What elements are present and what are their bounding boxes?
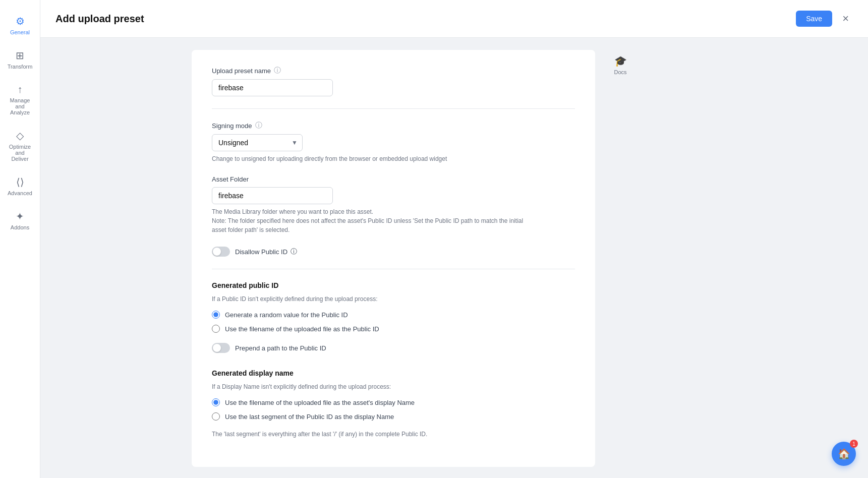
prepend-path-row: Prepend a path to the Public ID	[212, 343, 575, 353]
sidebar-item-label-advanced: Advanced	[8, 190, 32, 196]
header: Add upload preset Save ×	[40, 0, 868, 38]
sidebar-item-transform[interactable]: ⊞ Transform	[3, 44, 37, 75]
sidebar-item-optimize[interactable]: ◇ Optimize and Deliver	[3, 125, 37, 167]
radio-use-filename[interactable]	[212, 398, 220, 406]
asset-folder-label: Asset Folder	[212, 175, 575, 183]
sidebar-item-label-manage: Manage and Analyze	[7, 97, 33, 115]
radio-filename[interactable]	[212, 325, 220, 333]
radio-random-label: Generate a random value for the Public I…	[225, 311, 348, 319]
main-content: Add upload preset Save × Upload preset n…	[40, 0, 868, 478]
upload-preset-name-section: Upload preset name ⓘ	[212, 66, 575, 96]
generated-display-name-section: Generated display name If a Display Name…	[212, 369, 575, 439]
asset-folder-helper: The Media Library folder where you want …	[212, 207, 525, 234]
radio-last-segment[interactable]	[212, 412, 220, 421]
generated-public-id-title: Generated public ID	[212, 281, 575, 289]
signing-mode-info-icon[interactable]: ⓘ	[255, 121, 262, 130]
upload-preset-name-input[interactable]	[212, 79, 333, 96]
right-panel: 🎓 Docs	[605, 50, 635, 467]
optimize-icon: ◇	[16, 130, 24, 142]
sidebar: ⚙ General ⊞ Transform ↑ Manage and Analy…	[0, 0, 40, 478]
signing-mode-helper: Change to unsigned for uploading directl…	[212, 154, 525, 163]
general-icon: ⚙	[16, 15, 25, 27]
radio-random[interactable]	[212, 311, 220, 319]
transform-icon: ⊞	[16, 49, 24, 62]
prepend-path-toggle[interactable]	[212, 343, 230, 353]
fab-badge: 1	[850, 440, 858, 448]
sidebar-item-advanced[interactable]: ⟨⟩ Advanced	[3, 171, 37, 201]
sidebar-item-manage[interactable]: ↑ Manage and Analyze	[3, 79, 37, 121]
docs-icon: 🎓	[614, 55, 627, 67]
prepend-path-label: Prepend a path to the Public ID	[235, 344, 326, 352]
save-button[interactable]: Save	[796, 11, 832, 27]
asset-folder-section: Asset Folder The Media Library folder wh…	[212, 175, 575, 234]
signing-mode-label: Signing mode ⓘ	[212, 121, 575, 130]
sidebar-item-label-addons: Addons	[11, 224, 29, 230]
header-actions: Save ×	[796, 10, 853, 27]
sidebar-item-label-transform: Transform	[8, 64, 33, 70]
generated-display-name-radio-group: Use the filename of the uploaded file as…	[212, 398, 575, 439]
manage-icon: ↑	[18, 84, 23, 95]
advanced-icon: ⟨⟩	[16, 176, 24, 188]
asset-folder-input[interactable]	[212, 187, 333, 204]
divider-2	[212, 269, 575, 269]
close-button[interactable]: ×	[838, 10, 853, 27]
generated-display-name-intro: If a Display Name isn't explicitly defin…	[212, 382, 525, 391]
form-panel: Upload preset name ⓘ Signing mode ⓘ Unsi…	[192, 50, 595, 467]
disallow-public-id-toggle[interactable]	[212, 247, 230, 257]
docs-button[interactable]: 🎓 Docs	[614, 55, 626, 75]
sidebar-item-label-general: General	[10, 29, 30, 35]
radio-item-use-filename: Use the filename of the uploaded file as…	[212, 398, 575, 406]
generated-public-id-radio-group: Generate a random value for the Public I…	[212, 311, 575, 357]
generated-public-id-intro: If a Public ID isn't explicitly defined …	[212, 294, 525, 304]
disallow-public-id-info-icon[interactable]: ⓘ	[291, 247, 297, 256]
generated-display-name-title: Generated display name	[212, 369, 575, 377]
fab-button[interactable]: 🏠 1	[832, 442, 856, 466]
fab-icon: 🏠	[838, 448, 850, 460]
disallow-public-id-row: Disallow Public ID ⓘ	[212, 247, 575, 257]
radio-item-filename: Use the filename of the uploaded file as…	[212, 325, 575, 333]
upload-preset-name-info-icon[interactable]: ⓘ	[274, 66, 281, 75]
sidebar-item-general[interactable]: ⚙ General	[3, 10, 37, 40]
radio-use-filename-label: Use the filename of the uploaded file as…	[225, 399, 415, 406]
docs-label: Docs	[614, 69, 626, 75]
radio-last-segment-label: Use the last segment of the Public ID as…	[225, 413, 394, 421]
disallow-public-id-label: Disallow Public ID ⓘ	[235, 247, 297, 256]
upload-preset-name-label: Upload preset name ⓘ	[212, 66, 575, 75]
signing-mode-select-wrapper: Unsigned Signed ▼	[212, 134, 303, 151]
radio-filename-label: Use the filename of the uploaded file as…	[225, 325, 379, 333]
sidebar-item-label-optimize: Optimize and Deliver	[7, 144, 33, 162]
signing-mode-select[interactable]: Unsigned Signed	[212, 134, 303, 151]
divider-1	[212, 108, 575, 109]
radio-item-random: Generate a random value for the Public I…	[212, 311, 575, 319]
generated-public-id-section: Generated public ID If a Public ID isn't…	[212, 281, 575, 357]
page-title: Add upload preset	[55, 13, 144, 25]
content-area: Upload preset name ⓘ Signing mode ⓘ Unsi…	[40, 38, 868, 478]
signing-mode-section: Signing mode ⓘ Unsigned Signed ▼ Change …	[212, 121, 575, 163]
radio-item-last-segment: Use the last segment of the Public ID as…	[212, 412, 575, 421]
last-segment-helper: The 'last segment' is everything after t…	[212, 430, 525, 439]
addons-icon: ✦	[16, 210, 24, 222]
content-left-spacer	[50, 50, 182, 467]
sidebar-item-addons[interactable]: ✦ Addons	[3, 205, 37, 235]
